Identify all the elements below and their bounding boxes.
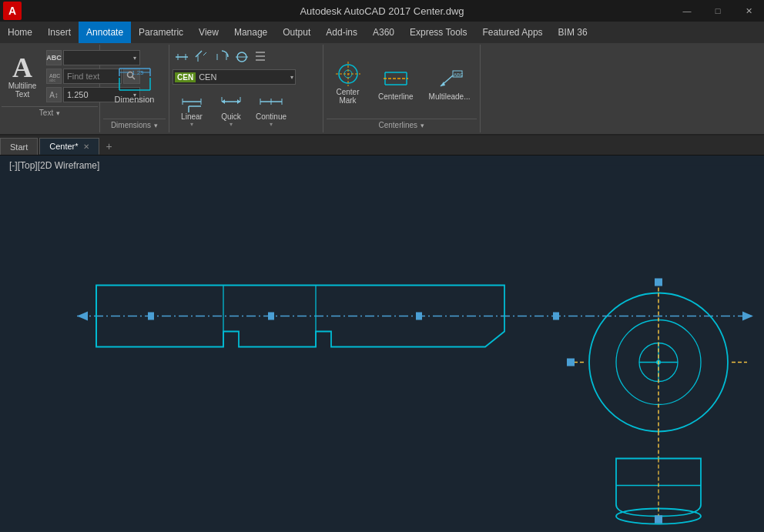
- dim-more-btn[interactable]: [253, 48, 268, 66]
- svg-rect-58: [268, 313, 274, 320]
- svg-rect-57: [148, 313, 154, 320]
- linear-label: Linear: [181, 112, 203, 121]
- centerline-icon: [382, 65, 410, 92]
- dimension-style-dropdown[interactable]: CEN CEN ▾: [173, 69, 296, 85]
- centerline-label: Centerline: [378, 92, 414, 101]
- cen-badge: CEN: [175, 72, 196, 82]
- svg-text:ABC: ABC: [454, 72, 464, 77]
- dimension-button[interactable]: 1.25 Dimension: [103, 46, 166, 119]
- dimension-main-group: 1.25 Dimension Dimensions ▾: [100, 45, 169, 132]
- menu-express-tools[interactable]: Express Tools: [402, 22, 474, 43]
- multileader-label: Multileade...: [429, 92, 471, 101]
- center-mark-label2: Mark: [339, 96, 356, 105]
- title-text: Autodesk AutoCAD 2017 Center.dwg: [300, 5, 464, 17]
- svg-rect-74: [567, 359, 575, 366]
- dim-small-icon-2[interactable]: [193, 48, 211, 66]
- drawing-canvas: [-][Top][2D Wireframe]: [0, 156, 764, 530]
- ribbon: A Multiline Text ABC ▾: [0, 43, 764, 136]
- centerline-button[interactable]: Centerline: [372, 63, 420, 102]
- dim-style-row: CEN CEN ▾: [173, 68, 320, 86]
- viewport-label: [-][Top][2D Wireframe]: [3, 157, 106, 174]
- dim-small-icon-4[interactable]: [233, 48, 251, 66]
- multiline-text-button[interactable]: A Multiline Text: [3, 51, 42, 102]
- menu-view[interactable]: View: [191, 22, 226, 43]
- centerlines-expand-icon[interactable]: ▾: [421, 122, 424, 129]
- style-cen-arrow: ▾: [290, 74, 293, 81]
- multileader-button[interactable]: ABC Multileade...: [423, 63, 477, 102]
- menu-parametric[interactable]: Parametric: [131, 22, 191, 43]
- menu-addins[interactable]: Add-ins: [318, 22, 365, 43]
- centerlines-group: Center Mark Centerline: [323, 45, 481, 132]
- dimension-label: Dimension: [115, 95, 155, 104]
- text-expand-icon[interactable]: ▾: [56, 109, 60, 117]
- maximize-button[interactable]: □: [702, 0, 733, 22]
- linear-icon: [179, 91, 204, 112]
- dimension-icon: 1.25: [113, 61, 156, 95]
- menu-manage[interactable]: Manage: [226, 22, 275, 43]
- text-group-label: Text ▾: [2, 106, 98, 119]
- doc-tabs: Start Center* ✕ +: [0, 136, 764, 156]
- linear-button[interactable]: Linear ▾: [173, 89, 211, 129]
- abc-icon: ABC: [46, 50, 62, 65]
- svg-rect-59: [416, 313, 422, 320]
- tab-center-close[interactable]: ✕: [83, 142, 89, 151]
- menubar: Home Insert Annotate Parametric View Man…: [0, 22, 764, 43]
- continue-button[interactable]: Continue ▾: [251, 89, 291, 129]
- close-button[interactable]: ✕: [733, 0, 764, 22]
- cad-drawing-svg: [0, 156, 764, 530]
- svg-text:1.25: 1.25: [132, 69, 144, 76]
- multiline-text-label: Multiline: [8, 82, 37, 90]
- dim-tools-row: Linear ▾ Quick ▾: [173, 86, 320, 131]
- app-icon: A: [3, 2, 22, 20]
- dim-icons-row: [173, 46, 320, 68]
- window-controls: — □ ✕: [672, 0, 764, 22]
- titlebar: A Autodesk AutoCAD 2017 Center.dwg — □ ✕: [0, 0, 764, 22]
- menu-featured-apps[interactable]: Featured Apps: [475, 22, 551, 43]
- svg-marker-33: [237, 99, 240, 104]
- text-group-top: A Multiline Text ABC ▾: [2, 46, 98, 106]
- center-tools-row: Center Mark Centerline: [327, 46, 477, 119]
- minimize-button[interactable]: —: [672, 0, 702, 22]
- quick-icon: [219, 91, 243, 112]
- linear-arrow[interactable]: ▾: [190, 121, 193, 128]
- svg-line-16: [196, 51, 202, 57]
- menu-a360[interactable]: A360: [365, 22, 402, 43]
- dimension-style-group: CEN CEN ▾ Linear ▾: [169, 45, 323, 132]
- menu-bim36[interactable]: BIM 36: [551, 22, 595, 43]
- app-letter: A: [8, 5, 16, 17]
- continue-icon: [259, 91, 283, 112]
- multiline-text-label2: Text: [15, 90, 29, 99]
- menu-insert[interactable]: Insert: [40, 22, 79, 43]
- svg-rect-80: [655, 516, 662, 524]
- svg-marker-32: [222, 99, 225, 104]
- center-mark-icon: [334, 60, 362, 88]
- menu-home[interactable]: Home: [0, 22, 40, 43]
- svg-text:abc: abc: [49, 78, 56, 82]
- menu-output[interactable]: Output: [275, 22, 318, 43]
- dimension-group-label: Dimensions ▾: [103, 119, 166, 131]
- svg-rect-53: [0, 166, 764, 520]
- continue-label: Continue: [256, 112, 286, 121]
- tab-start[interactable]: Start: [0, 138, 38, 155]
- multiline-text-icon: A: [12, 54, 32, 82]
- menu-annotate[interactable]: Annotate: [79, 22, 131, 43]
- quick-arrow[interactable]: ▾: [230, 121, 233, 128]
- tab-add-button[interactable]: +: [101, 138, 118, 155]
- dim-small-icon-3[interactable]: [213, 48, 231, 66]
- quick-label: Quick: [221, 112, 241, 121]
- continue-arrow[interactable]: ▾: [270, 121, 273, 128]
- svg-line-18: [203, 52, 206, 55]
- text-size-icon: A↕: [46, 87, 62, 102]
- svg-rect-60: [553, 313, 559, 320]
- centerlines-label: Centerlines ▾: [327, 119, 477, 131]
- svg-rect-72: [655, 279, 662, 286]
- tab-center[interactable]: Center* ✕: [39, 138, 99, 155]
- multileader-icon: ABC: [436, 65, 464, 92]
- dim-small-icon-1[interactable]: [173, 48, 191, 66]
- center-mark-label: Center: [336, 88, 359, 96]
- text-group: A Multiline Text ABC ▾: [0, 45, 100, 132]
- dim-expand-icon[interactable]: ▾: [154, 122, 158, 129]
- anno-scale-icon: ABC abc: [46, 69, 62, 84]
- quick-button[interactable]: Quick ▾: [212, 89, 250, 129]
- center-mark-button[interactable]: Center Mark: [327, 59, 369, 106]
